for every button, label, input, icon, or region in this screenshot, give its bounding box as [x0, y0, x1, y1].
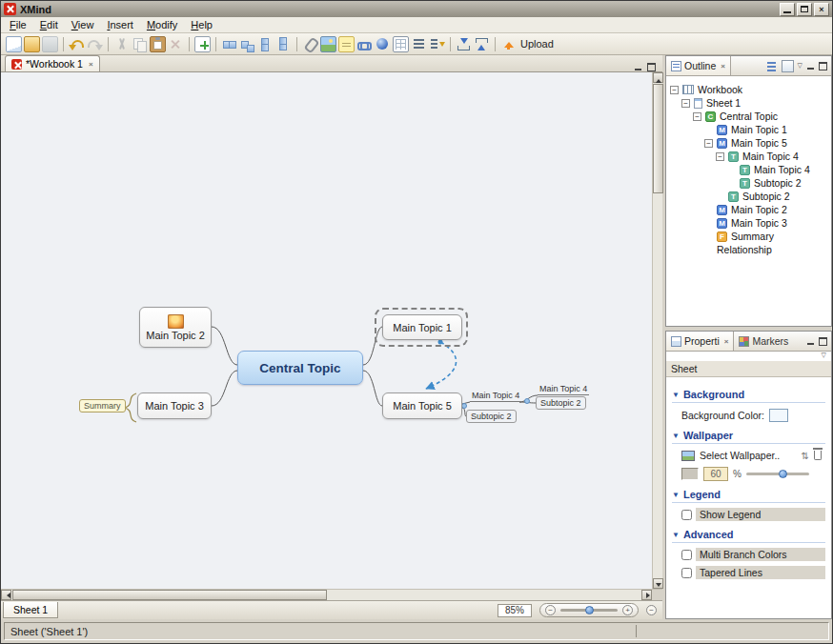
close-button[interactable]: × [814, 3, 829, 16]
outline-item[interactable]: −CCentral Topic [668, 110, 829, 123]
open-button[interactable] [24, 36, 40, 52]
section-wallpaper[interactable]: ▼ Wallpaper [672, 430, 825, 444]
scroll-up-button[interactable] [653, 72, 663, 83]
summary-topic[interactable]: Summary [79, 399, 126, 413]
tab-close-icon[interactable]: × [721, 62, 725, 70]
outline-item[interactable]: −Sheet 1 [668, 96, 829, 110]
tree-toggle[interactable]: − [704, 139, 713, 148]
trash-icon[interactable] [814, 451, 822, 460]
scroll-left-button[interactable] [1, 590, 11, 600]
zoom-reset-button[interactable]: − [646, 605, 657, 615]
menu-file[interactable]: File [3, 17, 33, 32]
zoom-in-button[interactable]: + [622, 605, 633, 615]
insert-subtopic-button[interactable] [275, 36, 292, 52]
show-legend-label[interactable]: Show Legend [696, 508, 825, 521]
tab-outline[interactable]: Outline × [666, 56, 731, 75]
tab-markers[interactable]: Markers [734, 332, 793, 351]
background-color-swatch[interactable] [769, 409, 788, 422]
notes-button[interactable] [338, 36, 355, 52]
outline-item[interactable]: TSubtopic 2 [668, 190, 829, 203]
tree-toggle[interactable]: − [681, 99, 690, 108]
menu-help[interactable]: Help [184, 17, 219, 32]
attachment-button[interactable] [302, 36, 318, 52]
cut-button[interactable] [113, 36, 130, 52]
multi-branch-colors-label[interactable]: Multi Branch Colors [696, 548, 825, 561]
maximize-editor-button[interactable] [647, 63, 656, 71]
maximize-button[interactable] [797, 3, 812, 16]
opacity-slider[interactable] [746, 473, 809, 475]
spreadsheet-button[interactable] [393, 36, 409, 52]
zoom-slider-thumb[interactable] [585, 606, 594, 614]
horizontal-scroll-thumb[interactable] [12, 590, 327, 600]
minimize-button[interactable] [780, 3, 795, 16]
vertical-scroll-thumb[interactable] [653, 84, 663, 193]
main-topic-5[interactable]: Main Topic 5 [382, 392, 462, 419]
main-topic-2[interactable]: Main Topic 2 [139, 307, 212, 348]
scroll-down-button[interactable] [653, 578, 663, 589]
subtopic-2[interactable]: Subtopic 2 [536, 396, 586, 410]
audio-note-button[interactable] [375, 36, 391, 52]
sheet-tab[interactable]: Sheet 1 [3, 602, 58, 618]
subtopic-main-topic-4[interactable]: Main Topic 4 [470, 391, 521, 402]
tab-close-icon[interactable]: × [724, 337, 729, 346]
maximize-view-button[interactable] [819, 62, 827, 70]
outline-item[interactable]: TMain Topic 4 [668, 163, 829, 176]
titlebar[interactable]: XMind × [1, 1, 832, 17]
redo-button[interactable] [87, 36, 103, 52]
tree-toggle[interactable]: − [670, 86, 679, 94]
tree-toggle[interactable]: − [716, 152, 724, 161]
subtopic-main-topic-4[interactable]: Main Topic 4 [538, 384, 589, 395]
section-legend[interactable]: ▼ Legend [672, 489, 825, 503]
section-advanced[interactable]: ▼ Advanced [672, 529, 825, 543]
copy-button[interactable] [132, 36, 148, 52]
minimize-view-button[interactable] [806, 62, 815, 70]
tab-properties[interactable]: Properti × [666, 332, 734, 351]
sort-tool-icon[interactable] [765, 60, 778, 72]
section-background[interactable]: ▼ Background [672, 389, 825, 403]
outline-item[interactable]: Relationship [668, 243, 829, 256]
insert-topic-before-button[interactable] [221, 36, 237, 52]
multi-branch-colors-checkbox[interactable] [681, 550, 692, 560]
outline-item[interactable]: MMain Topic 1 [668, 123, 829, 136]
tab-workbook1[interactable]: *Workbook 1 × [5, 55, 100, 71]
wallpaper-preview-swatch[interactable] [681, 468, 699, 480]
vertical-scrollbar[interactable] [652, 72, 662, 589]
main-topic-3[interactable]: Main Topic 3 [137, 392, 212, 419]
maximize-view-button[interactable] [819, 337, 827, 346]
outline-item[interactable]: MMain Topic 2 [668, 203, 829, 216]
menu-edit[interactable]: Edit [33, 17, 65, 32]
link-with-editor-icon[interactable] [782, 60, 794, 72]
outline-item[interactable]: FSummary [668, 230, 829, 243]
tab-close-icon[interactable]: × [89, 60, 93, 69]
outline-numbering-button[interactable] [411, 36, 427, 52]
wallpaper-opacity-input[interactable] [703, 467, 728, 481]
show-legend-checkbox[interactable] [681, 510, 692, 520]
minimize-view-button[interactable] [806, 337, 815, 346]
upload-button[interactable] [500, 36, 517, 52]
hyperlink-button[interactable] [356, 36, 373, 52]
main-topic-1[interactable]: Main Topic 1 [382, 314, 462, 340]
opacity-slider-thumb[interactable] [779, 470, 787, 478]
tree-toggle[interactable]: − [693, 112, 701, 121]
insert-parent-topic-button[interactable] [257, 36, 274, 52]
share-button[interactable] [474, 36, 490, 52]
paste-button[interactable] [150, 36, 166, 52]
upload-label[interactable]: Upload [520, 38, 554, 50]
updown-arrows-icon[interactable]: ⇅ [802, 451, 809, 461]
scroll-right-button[interactable] [641, 590, 652, 600]
subtopic-2[interactable]: Subtopic 2 [466, 410, 517, 423]
outline-item[interactable]: −TMain Topic 4 [668, 150, 829, 163]
undo-button[interactable] [69, 36, 85, 52]
save-button[interactable] [42, 36, 58, 52]
tapered-lines-checkbox[interactable] [681, 568, 692, 578]
menu-modify[interactable]: Modify [140, 17, 184, 32]
outline-item[interactable]: MMain Topic 3 [668, 216, 829, 230]
mindmap-canvas[interactable]: Central Topic Main Topic 1 Main Topic 2 … [1, 72, 652, 589]
outline-item[interactable]: −Workbook [668, 83, 829, 96]
insert-sheet-button[interactable] [194, 36, 211, 52]
horizontal-scrollbar[interactable] [1, 589, 662, 600]
select-wallpaper-button[interactable]: Select Wallpaper.. [700, 450, 780, 461]
export-button[interactable] [456, 36, 472, 52]
view-menu-icon[interactable]: ▽ [798, 62, 803, 70]
zoom-out-button[interactable]: − [545, 605, 556, 615]
